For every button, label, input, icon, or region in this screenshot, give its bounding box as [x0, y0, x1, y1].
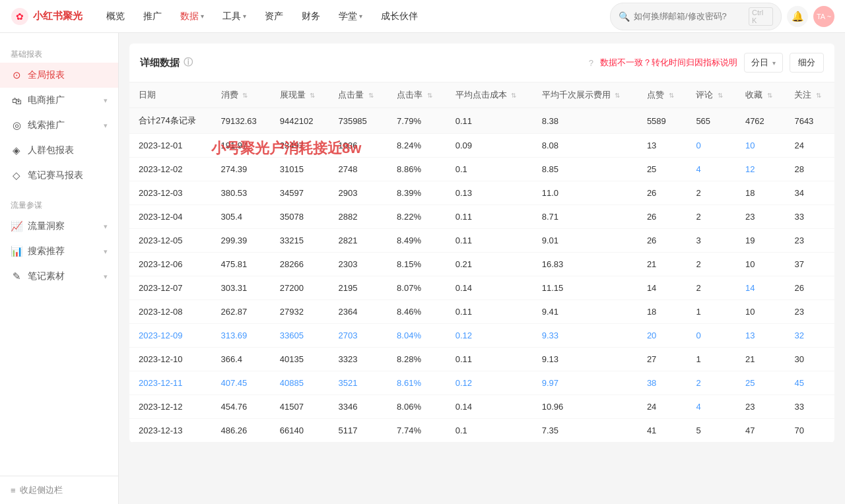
avatar[interactable]: TA ~: [813, 6, 834, 27]
nav-menu: 概览 推广 数据▾ 工具▾ 资产 财务 学堂▾ 成长伙伴: [98, 7, 610, 26]
search-bar[interactable]: 🔍 Ctrl K: [610, 3, 782, 30]
summary-label: 合计274条记录: [129, 108, 212, 134]
table-cell: 28: [785, 158, 834, 181]
cell-date: 2023-12-11: [129, 371, 212, 395]
table-cell: 299.39: [212, 229, 271, 253]
table-cell: 274.39: [212, 158, 271, 181]
table-cell: 27: [638, 348, 687, 371]
sidebar-item-label: 笔记赛马报表: [28, 170, 83, 181]
nav-item-finance[interactable]: 财务: [294, 7, 328, 26]
sort-icon: ⇅: [615, 92, 620, 99]
table-cell: 40135: [271, 348, 329, 371]
col-clicks[interactable]: 点击量 ⇅: [329, 82, 388, 108]
table-cell: 33215: [271, 229, 329, 253]
table-cell: 12: [736, 158, 786, 181]
table-row: 2023-12-07303.312720021958.07%0.1411.151…: [129, 276, 834, 300]
sidebar-item-dianshang[interactable]: 🛍 电商推广 ▾: [0, 88, 118, 113]
notes-icon: ◇: [11, 170, 22, 181]
logo-icon: ✿: [11, 7, 29, 26]
table-cell: 0: [687, 324, 736, 348]
cell-date: 2023-12-01: [129, 134, 212, 158]
table-cell: 2195: [329, 276, 388, 300]
col-impressions[interactable]: 展现量 ⇅: [271, 82, 329, 108]
sidebar-item-sousuo[interactable]: 📊 搜索推荐 ▾: [0, 239, 118, 264]
notes-material-icon: ✎: [11, 270, 22, 282]
nav-item-overview[interactable]: 概览: [98, 7, 133, 26]
table-cell: 9.13: [533, 348, 638, 371]
table-cell: 8.28%: [388, 348, 446, 371]
chevron-down-icon: ▾: [104, 96, 108, 105]
table-cell: 262.87: [212, 300, 271, 324]
summary-cell: 5589: [638, 108, 687, 134]
nav-item-data[interactable]: 数据▾: [172, 7, 212, 26]
nav-item-academy[interactable]: 学堂▾: [331, 7, 370, 26]
sort-icon: ⇅: [718, 92, 723, 99]
table-cell: 305.4: [212, 205, 271, 229]
table-cell: 4: [687, 395, 736, 419]
table-cell: 40885: [271, 371, 329, 395]
sort-icon: ⇅: [511, 92, 516, 99]
sidebar-item-bijisu[interactable]: ✎ 笔记素材 ▾: [0, 264, 118, 289]
sidebar-collapse-button[interactable]: ≡ 收起侧边栏: [0, 476, 119, 504]
table-cell: 0.11: [446, 300, 533, 324]
table-row: 2023-12-11407.454088535218.61%0.129.9738…: [129, 371, 834, 395]
nav-item-assets[interactable]: 资产: [257, 7, 291, 26]
table-cell: 0.21: [446, 253, 533, 276]
sidebar-item-liuliang[interactable]: 📈 流量洞察 ▾: [0, 214, 118, 239]
sort-icon: ⇅: [767, 92, 772, 99]
sidebar-item-label: 全局报表: [28, 69, 65, 81]
data-inconsistency-link[interactable]: 数据不一致？转化时间归因指标说明: [600, 57, 737, 69]
table-cell: 23: [736, 205, 786, 229]
col-cpm[interactable]: 平均千次展示费用 ⇅: [533, 82, 638, 108]
table-cell: 486.26: [212, 419, 271, 443]
detail-header-right: ? 数据不一致？转化时间归因指标说明 分日 ▾ 细分: [589, 53, 824, 73]
question-icon: ?: [589, 58, 593, 68]
table-cell: 23: [785, 229, 834, 253]
col-ctr[interactable]: 点击率 ⇅: [388, 82, 446, 108]
cell-date: 2023-12-06: [129, 253, 212, 276]
col-favorites[interactable]: 收藏 ⇅: [736, 82, 786, 108]
col-follows[interactable]: 关注 ⇅: [785, 82, 834, 108]
table-cell: 380.53: [212, 181, 271, 205]
period-select[interactable]: 分日 ▾: [744, 53, 783, 73]
logo[interactable]: ✿ 小红书聚光: [11, 7, 83, 26]
sidebar-item-biji[interactable]: ◇ 笔记赛马报表: [0, 163, 118, 188]
sidebar-item-label: 线索推广: [28, 119, 65, 131]
svg-text:✿: ✿: [16, 11, 24, 22]
sort-icon: ⇅: [310, 92, 315, 99]
detail-title: 详细数据 ⓘ: [140, 57, 193, 69]
col-likes[interactable]: 点赞 ⇅: [638, 82, 687, 108]
info-icon[interactable]: ⓘ: [184, 57, 193, 69]
table-row: 2023-12-05299.393321528218.49%0.119.0126…: [129, 229, 834, 253]
sort-icon: ⇅: [427, 92, 432, 99]
cell-date: 2023-12-08: [129, 300, 212, 324]
sidebar-item-renqun[interactable]: ◈ 人群包报表: [0, 138, 118, 163]
sidebar-item-quanju[interactable]: ⊙ 全局报表: [0, 63, 118, 88]
table-cell: 5117: [329, 419, 388, 443]
breakdown-button[interactable]: 细分: [790, 53, 824, 73]
notification-button[interactable]: 🔔: [787, 6, 808, 27]
table-cell: 0.11: [446, 205, 533, 229]
nav-item-partner[interactable]: 成长伙伴: [373, 7, 426, 26]
sidebar-footer-label: 收起侧边栏: [20, 484, 63, 496]
table-row: 2023-12-04305.43507828828.22%0.118.71262…: [129, 205, 834, 229]
table-cell: 2821: [329, 229, 388, 253]
search-input[interactable]: [634, 11, 745, 21]
sidebar-item-xiansuo[interactable]: ◎ 线索推广 ▾: [0, 113, 118, 138]
table-cell: 2748: [329, 158, 388, 181]
nav-item-tools[interactable]: 工具▾: [215, 7, 254, 26]
nav-item-promote[interactable]: 推广: [135, 7, 170, 26]
col-comments[interactable]: 评论 ⇅: [687, 82, 736, 108]
table-cell: 28266: [271, 253, 329, 276]
table-cell: 19: [736, 229, 786, 253]
table-cell: 13: [736, 324, 786, 348]
table-cell: 8.46%: [388, 300, 446, 324]
table-cell: 23497: [271, 134, 329, 158]
col-avg-click-cost[interactable]: 平均点击成本 ⇅: [446, 82, 533, 108]
table-cell: 34: [785, 181, 834, 205]
table-cell: 20: [638, 324, 687, 348]
top-navigation: ✿ 小红书聚光 概览 推广 数据▾ 工具▾ 资产 财务 学堂▾ 成长伙伴 🔍 C…: [0, 0, 845, 33]
col-cost[interactable]: 消费 ⇅: [212, 82, 271, 108]
summary-cell: 0.11: [446, 108, 533, 134]
table-cell: 10: [736, 300, 786, 324]
